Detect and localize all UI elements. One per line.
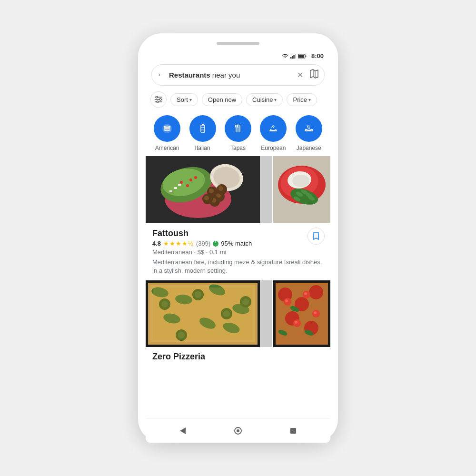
signal-icon	[290, 54, 296, 59]
zero-pizzeria-main-image	[146, 280, 272, 347]
svg-marker-7	[310, 69, 318, 78]
svg-rect-18	[164, 129, 170, 130]
fattoush-match: 95% match	[221, 240, 252, 247]
category-japanese[interactable]: Japanese	[295, 115, 323, 151]
italian-icon-circle	[189, 115, 216, 142]
zero-pizzeria-images	[146, 280, 330, 347]
price-chevron-icon: ▾	[308, 97, 311, 102]
fattoush-price: $$	[198, 248, 204, 256]
italian-label: Italian	[195, 145, 210, 151]
phone-notch	[217, 42, 259, 45]
european-label: European	[261, 145, 286, 151]
fattoush-rating: 4.8	[152, 240, 161, 247]
nav-back-button[interactable]	[173, 421, 192, 440]
svg-point-14	[159, 99, 161, 100]
battery-icon	[298, 54, 307, 59]
back-button[interactable]: ←	[157, 70, 165, 80]
cuisine-chip[interactable]: Cuisine ▾	[246, 93, 283, 106]
status-bar: 8:00	[146, 50, 330, 61]
fattoush-main-image	[146, 156, 272, 223]
fattoush-rating-row: 4.8 ★★★★½ (399) 95% match	[152, 240, 324, 247]
svg-rect-3	[295, 54, 296, 59]
fattoush-side-image	[273, 156, 330, 223]
fattoush-images	[146, 156, 330, 223]
fattoush-title: Fattoush	[152, 228, 324, 238]
fattoush-description: Mediterranean fare, including meze & sig…	[152, 258, 324, 275]
fattoush-stars: ★★★★½	[163, 240, 194, 247]
restaurant-card-zero-pizzeria[interactable]: Zero Pizzeria	[146, 280, 330, 362]
phone-frame: 8:00 ← Restaurants near you ✕	[138, 33, 338, 443]
bottom-nav	[146, 418, 330, 443]
category-american[interactable]: American	[153, 115, 181, 151]
status-time: 8:00	[311, 52, 324, 60]
svg-rect-5	[298, 55, 304, 58]
price-chip-label: Price	[293, 96, 307, 103]
nav-home-button[interactable]	[228, 421, 248, 440]
svg-rect-1	[292, 56, 293, 59]
svg-rect-0	[290, 57, 292, 59]
european-icon-circle	[260, 115, 287, 142]
search-map-button[interactable]	[309, 69, 319, 81]
search-clear-button[interactable]: ✕	[297, 70, 303, 79]
filter-icon-button[interactable]	[150, 91, 167, 108]
svg-point-37	[237, 429, 239, 432]
zero-pizzeria-side-image	[273, 280, 330, 347]
match-dot-icon	[213, 241, 218, 247]
status-icons	[282, 54, 307, 59]
phone-screen: 8:00 ← Restaurants near you ✕	[146, 50, 330, 443]
price-chip[interactable]: Price ▾	[287, 93, 317, 106]
category-european[interactable]: European	[259, 115, 288, 151]
search-text-rest: near you	[210, 71, 240, 79]
sort-chip[interactable]: Sort ▾	[170, 93, 198, 106]
open-now-chip-label: Open now	[208, 96, 236, 103]
search-input-row[interactable]: ← Restaurants near you ✕	[151, 64, 325, 86]
american-icon-circle	[154, 115, 180, 142]
svg-rect-19	[201, 125, 205, 132]
svg-rect-22	[202, 124, 204, 125]
category-row: American Italian	[146, 110, 330, 156]
category-italian[interactable]: Italian	[188, 115, 217, 151]
svg-line-33	[307, 125, 308, 129]
svg-rect-17	[164, 127, 170, 128]
svg-point-13	[156, 96, 158, 98]
search-text-bold: Restaurants	[169, 71, 210, 79]
wifi-icon	[282, 54, 288, 59]
restaurant-card-fattoush[interactable]: Fattoush 4.8 ★★★★½ (399) 95% match Medit…	[146, 156, 330, 280]
svg-point-15	[157, 101, 159, 103]
nav-recents-button[interactable]	[284, 421, 303, 440]
svg-marker-35	[180, 427, 186, 434]
tapas-icon-circle	[225, 115, 251, 142]
tapas-label: Tapas	[230, 145, 246, 151]
american-label: American	[155, 145, 179, 151]
search-text: Restaurants near you	[169, 71, 293, 79]
fattoush-bookmark-button[interactable]	[307, 228, 325, 245]
cuisine-chip-label: Cuisine	[252, 96, 273, 103]
fattoush-meta: Mediterranean · $$ · 0.1 mi	[152, 248, 324, 256]
open-now-chip[interactable]: Open now	[202, 93, 242, 106]
svg-rect-38	[290, 428, 296, 434]
japanese-label: Japanese	[297, 145, 321, 151]
fattoush-info: Fattoush 4.8 ★★★★½ (399) 95% match Medit…	[146, 223, 330, 280]
svg-rect-6	[305, 55, 306, 57]
sort-chevron-icon: ▾	[189, 97, 192, 102]
fattoush-cuisine: Mediterranean	[152, 248, 192, 256]
svg-line-34	[309, 125, 309, 129]
fattoush-distance: 0.1 mi	[209, 248, 226, 256]
results-container[interactable]: Fattoush 4.8 ★★★★½ (399) 95% match Medit…	[146, 156, 330, 418]
filter-row: Sort ▾ Open now Cuisine ▾ Price ▾	[146, 89, 330, 110]
japanese-icon-circle	[296, 115, 322, 142]
zero-pizzeria-title: Zero Pizzeria	[146, 347, 330, 362]
fattoush-reviews: (399)	[196, 240, 210, 247]
cuisine-chevron-icon: ▾	[274, 97, 277, 102]
category-tapas[interactable]: Tapas	[224, 115, 252, 151]
search-bar: ← Restaurants near you ✕	[146, 61, 330, 89]
sort-chip-label: Sort	[177, 96, 188, 103]
svg-rect-2	[293, 55, 295, 59]
